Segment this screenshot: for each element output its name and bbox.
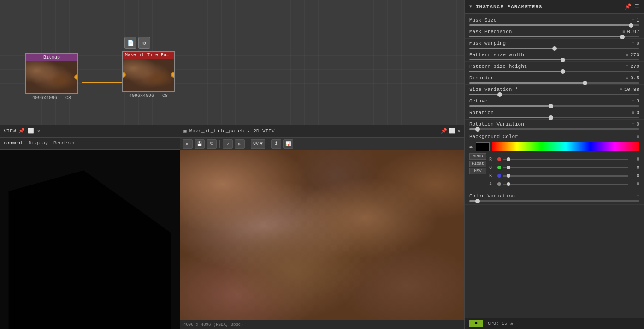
param-pattern-width-menu[interactable]: ≡: [626, 53, 628, 58]
channel-b-dot: [497, 174, 501, 178]
color-mode-hsv[interactable]: HSV: [469, 168, 486, 174]
channel-g-slider[interactable]: [503, 167, 628, 168]
toolbar-right-icon[interactable]: ▷: [235, 139, 245, 149]
color-mode-srgb[interactable]: sRGB: [469, 153, 486, 160]
param-disorder: Disorder ≡ 0.5: [465, 73, 644, 85]
node-graph[interactable]: Bitmap 4096x4096 - C8 📄 ⚙ Make it Tile P…: [0, 0, 464, 125]
channel-b-slider[interactable]: [503, 175, 628, 177]
param-mask-precision-slider[interactable]: [469, 36, 639, 37]
param-mask-size: Mask Size ≡ 1: [465, 16, 644, 27]
param-mask-warping-slider[interactable]: [469, 48, 639, 49]
view-2d-close-icon[interactable]: ✕: [457, 128, 461, 134]
param-pattern-height-value: 270: [630, 64, 639, 69]
param-size-variation-menu[interactable]: ≡: [620, 87, 622, 92]
subtab-renderer[interactable]: Renderer: [53, 141, 76, 146]
param-mask-warping-menu[interactable]: ≡: [632, 41, 634, 46]
param-mask-precision-value: 0.97: [627, 29, 639, 35]
toolbar-sep1: [219, 140, 220, 148]
param-mask-size-menu[interactable]: ≡: [632, 18, 634, 23]
param-rotation-variation-menu[interactable]: ≡: [632, 122, 634, 127]
param-rotation-menu[interactable]: ≡: [632, 110, 634, 115]
param-size-variation-value: 10.88: [624, 87, 639, 92]
node-bitmap-connector-out[interactable]: [74, 74, 77, 80]
node-bitmap-label: 4096x4096 - C8: [32, 96, 71, 101]
param-bg-color-menu[interactable]: ≡: [637, 134, 639, 139]
param-pattern-height-name: Pattern size height: [469, 64, 527, 69]
param-octave-menu[interactable]: ≡: [632, 99, 634, 104]
node-bitmap[interactable]: Bitmap 4096x4096 - C8: [25, 53, 78, 101]
param-mask-size-slider[interactable]: [469, 24, 639, 26]
channel-a-dot: [497, 182, 501, 186]
param-color-variation-name: Color Variation: [469, 193, 515, 199]
param-mask-size-name: Mask Size: [469, 18, 496, 23]
param-rotation-variation-slider[interactable]: [469, 128, 639, 130]
param-pattern-height-slider[interactable]: [469, 71, 639, 72]
toolbar-copy-icon[interactable]: ⧉: [207, 139, 217, 149]
param-rotation-variation-value: 0: [636, 121, 639, 127]
panel-chevron-icon[interactable]: ▼: [469, 4, 472, 9]
channel-b-value: 0: [630, 173, 639, 179]
channel-r-slider[interactable]: [503, 159, 628, 160]
param-disorder-slider[interactable]: [469, 82, 639, 84]
channel-r-row: R 0: [489, 155, 639, 163]
view-2d-icon: ▣: [183, 128, 187, 134]
node-tile[interactable]: 📄 ⚙ Make it Tile Pa... 4096x4096 - C8: [122, 51, 175, 98]
eyedropper-icon[interactable]: ✒: [469, 143, 473, 150]
pin-icon[interactable]: 📌: [18, 128, 25, 134]
view-2d-content: [180, 150, 464, 320]
channel-r-dot: [497, 157, 501, 161]
param-size-variation-slider[interactable]: [469, 94, 639, 95]
param-pattern-width-name: Pattern size width: [469, 52, 524, 58]
color-swatch[interactable]: [476, 142, 490, 151]
param-rotation-value: 0: [636, 110, 639, 115]
status-bar: ■ CPU: 15 %: [465, 318, 644, 329]
color-gradient[interactable]: [492, 142, 639, 151]
param-bg-color: Background Color ≡ ✒ sRGB Float HSV R: [465, 131, 644, 191]
param-disorder-menu[interactable]: ≡: [626, 76, 628, 81]
param-octave-slider[interactable]: [469, 105, 639, 107]
view-3d-subtabs: ronment Display Renderer: [0, 138, 180, 150]
toolbar-info-icon[interactable]: i: [271, 139, 281, 149]
param-mask-precision-name: Mask Precision: [469, 29, 512, 35]
toolbar-left-icon[interactable]: ◁: [223, 139, 233, 149]
node-settings-icon[interactable]: ⚙: [138, 37, 150, 49]
node-tile-connector-out[interactable]: [171, 72, 174, 78]
toolbar-save-icon[interactable]: 💾: [195, 139, 205, 149]
param-mask-warping-value: 0: [636, 41, 639, 46]
color-mode-float[interactable]: Float: [469, 161, 486, 167]
close-icon[interactable]: ✕: [37, 128, 40, 134]
maximize-icon[interactable]: ⬜: [28, 128, 34, 134]
view-2d-title-icons: 📌 ⬜ ✕: [441, 128, 461, 134]
toolbar-chart-icon[interactable]: 📊: [283, 139, 293, 149]
param-mask-precision-menu[interactable]: ≡: [623, 30, 626, 35]
subtab-display[interactable]: Display: [29, 141, 48, 146]
texture-preview: [180, 150, 464, 320]
params-list: Mask Size ≡ 1 Mask Precision ≡ 0.97: [465, 14, 644, 318]
param-color-variation-slider[interactable]: [469, 200, 639, 202]
param-pattern-height-menu[interactable]: ≡: [626, 64, 628, 69]
node-doc-icon[interactable]: 📄: [124, 37, 136, 49]
view-2d-panel: ▣ Make_it_tile_patch - 2D VIEW 📌 ⬜ ✕ ⊞ 💾…: [180, 125, 464, 329]
channel-b-row: B 0: [489, 172, 639, 180]
view-2d-status-text: 4096 x 4096 (RGBA, 8bpc): [183, 323, 243, 327]
param-rotation-variation: Rotation Variation ≡ 0: [465, 120, 644, 131]
channel-a-slider[interactable]: [503, 184, 628, 185]
subtab-environment[interactable]: ronment: [4, 141, 23, 146]
panel-menu-icon[interactable]: ☰: [634, 3, 639, 10]
cpu-indicator: ■: [469, 320, 483, 327]
view-2d-title: Make_it_tile_patch - 2D VIEW: [189, 128, 275, 134]
param-color-variation-menu[interactable]: ≡: [637, 194, 639, 199]
view-2d-maximize-icon[interactable]: ⬜: [449, 128, 455, 134]
channel-g-label: G: [489, 165, 496, 170]
param-mask-size-value: 1: [636, 18, 639, 23]
uv-dropdown[interactable]: UV ▼: [251, 139, 265, 149]
param-mask-warping-name: Mask Warping: [469, 41, 506, 46]
view-3d-content: [0, 150, 180, 329]
toolbar-fit-icon[interactable]: ⊞: [183, 139, 193, 149]
view-2d-pin-icon[interactable]: 📌: [441, 128, 447, 134]
panel-pin-icon[interactable]: 📌: [625, 3, 632, 10]
param-rotation-slider[interactable]: [469, 117, 639, 118]
param-pattern-width-slider[interactable]: [469, 59, 639, 60]
uv-chevron: ▼: [260, 141, 263, 146]
param-mask-warping: Mask Warping ≡ 0: [465, 39, 644, 50]
